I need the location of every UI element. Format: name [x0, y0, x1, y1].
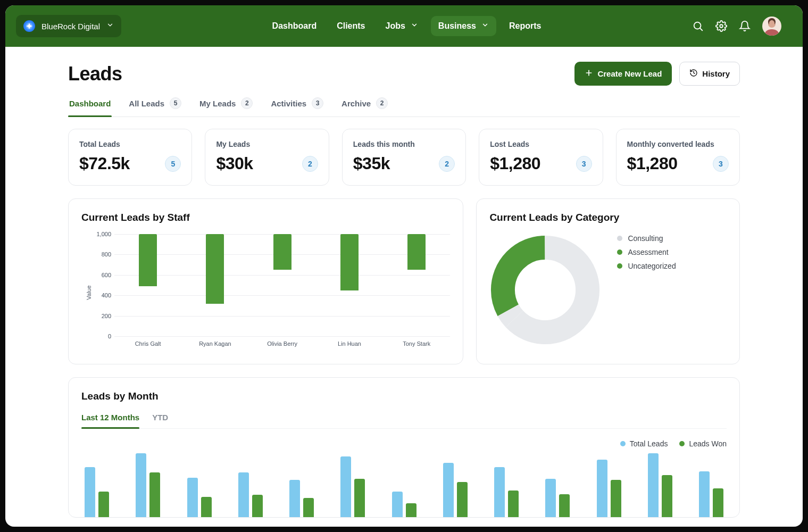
- month-group: [597, 460, 621, 517]
- bar-total: [340, 456, 351, 517]
- month-group: [648, 453, 672, 517]
- legend-dot-icon: [617, 250, 622, 255]
- bell-icon[interactable]: [739, 20, 751, 32]
- tab-label: Dashboard: [69, 99, 111, 108]
- month-group: [699, 471, 723, 517]
- page-content: Leads Create New Lead History Dashboard …: [5, 47, 803, 527]
- stat-badge: 3: [713, 156, 729, 172]
- bar-total: [392, 492, 403, 517]
- stat-title: Lost Leads: [490, 140, 592, 148]
- x-tick-label: Tony Stark: [403, 340, 430, 347]
- donut-legend: ConsultingAssessmentUncategorized: [617, 234, 676, 270]
- month-group: [443, 463, 468, 517]
- tab-count-badge: 5: [170, 97, 181, 109]
- bar-won: [303, 498, 314, 517]
- app-topbar: BlueRock Digital Dashboard Clients Jobs …: [5, 5, 803, 47]
- org-name: BlueRock Digital: [41, 22, 100, 31]
- sub-tab-ytd[interactable]: YTD: [152, 413, 168, 428]
- y-tick-label: 200: [96, 313, 111, 319]
- month-group: [136, 453, 160, 517]
- bar-won: [559, 494, 570, 517]
- sub-tab-last12[interactable]: Last 12 Months: [81, 413, 139, 428]
- donut-wrap: ConsultingAssessmentUncategorized: [489, 234, 727, 346]
- stat-row: $1,280 3: [627, 154, 729, 173]
- bar-won: [149, 472, 160, 517]
- button-label: History: [702, 69, 730, 78]
- card-title: Current Leads by Staff: [81, 212, 450, 223]
- nav-business[interactable]: Business: [431, 16, 496, 36]
- charts-row: Current Leads by Staff Value 02004006008…: [68, 198, 740, 364]
- tab-archive[interactable]: Archive2: [340, 97, 389, 117]
- bar: [206, 234, 224, 304]
- stat-row: $72.5k 5: [79, 154, 181, 173]
- donut-chart: [489, 234, 601, 346]
- bar-won: [611, 480, 621, 517]
- month-group: [187, 478, 212, 517]
- tab-activities[interactable]: Activities3: [270, 97, 324, 117]
- gear-icon[interactable]: [715, 20, 727, 32]
- x-tick-label: Ryan Kagan: [199, 340, 231, 347]
- stat-card: Total Leads $72.5k 5: [68, 129, 192, 186]
- stat-card: My Leads $30k 2: [205, 129, 329, 186]
- month-group: [494, 467, 519, 517]
- bar: [273, 234, 291, 270]
- y-tick-label: 1,000: [96, 231, 111, 237]
- chevron-down-icon: [411, 21, 418, 31]
- y-tick-label: 0: [96, 333, 111, 339]
- bar-total: [187, 478, 198, 517]
- y-axis-label: Value: [86, 285, 92, 300]
- tab-label: All Leads: [129, 99, 164, 108]
- legend-label: Leads Won: [689, 439, 727, 448]
- stat-title: Leads this month: [353, 140, 455, 148]
- month-group: [545, 479, 570, 517]
- category-chart-card: Current Leads by Category ConsultingAsse…: [476, 198, 740, 364]
- tab-label: My Leads: [199, 99, 236, 108]
- nav-dashboard[interactable]: Dashboard: [265, 16, 324, 36]
- stat-badge: 5: [165, 156, 181, 172]
- card-title: Current Leads by Category: [489, 212, 727, 223]
- create-new-lead-button[interactable]: Create New Lead: [574, 62, 672, 86]
- bar-won: [252, 495, 263, 517]
- stats-row: Total Leads $72.5k 5 My Leads $30k 2 Lea…: [68, 129, 740, 186]
- bar-column: Ryan Kagan: [206, 234, 224, 336]
- sub-tab-label: YTD: [152, 413, 168, 422]
- bar-total: [648, 453, 659, 517]
- y-tick-label: 400: [96, 292, 111, 298]
- bar-total: [545, 479, 556, 517]
- nav-jobs[interactable]: Jobs: [378, 16, 426, 36]
- tab-dashboard[interactable]: Dashboard: [68, 97, 112, 117]
- org-selector[interactable]: BlueRock Digital: [16, 15, 121, 37]
- stat-title: Monthly converted leads: [627, 140, 729, 148]
- stat-title: Total Leads: [79, 140, 181, 148]
- stat-value: $30k: [216, 154, 253, 173]
- x-tick-label: Chris Galt: [135, 340, 161, 347]
- chevron-down-icon: [481, 21, 489, 31]
- stat-value: $72.5k: [79, 154, 130, 173]
- staff-bar-chart: Value 02004006008001,000 Chris Galt Ryan…: [81, 234, 450, 351]
- month-group: [289, 480, 314, 517]
- tab-my-leads[interactable]: My Leads2: [198, 97, 254, 117]
- bar-total: [238, 472, 249, 517]
- search-icon[interactable]: [692, 20, 704, 32]
- svg-point-3: [720, 24, 723, 28]
- head-actions: Create New Lead History: [574, 62, 740, 86]
- nav-reports[interactable]: Reports: [502, 16, 548, 36]
- page-title: Leads: [68, 63, 122, 85]
- stat-row: $30k 2: [216, 154, 318, 173]
- page-head: Leads Create New Lead History: [68, 62, 740, 86]
- history-button[interactable]: History: [679, 62, 740, 86]
- legend-label: Assessment: [628, 248, 668, 256]
- tab-all-leads[interactable]: All Leads5: [128, 97, 182, 117]
- nav-label: Clients: [337, 21, 365, 31]
- bar-total: [136, 453, 146, 517]
- bar-total: [85, 467, 95, 517]
- bar: [139, 234, 157, 286]
- history-icon: [689, 69, 698, 79]
- chevron-down-icon: [106, 21, 114, 31]
- bar-plot: Chris Galt Ryan Kagan Olivia Berry Lin H…: [114, 234, 450, 336]
- bar-won: [713, 488, 723, 517]
- avatar[interactable]: [762, 16, 781, 36]
- bar-won: [98, 492, 109, 517]
- stat-card: Leads this month $35k 2: [342, 129, 466, 186]
- nav-clients[interactable]: Clients: [329, 16, 372, 36]
